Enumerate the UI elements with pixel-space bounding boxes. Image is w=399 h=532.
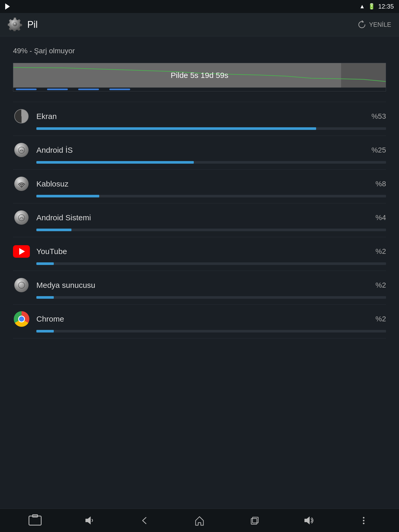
- item-percent: %25: [371, 146, 386, 154]
- silver-ball-icon: [14, 177, 29, 191]
- item-name: Chrome: [36, 315, 369, 323]
- list-item-row: Chrome %2: [13, 310, 386, 327]
- media-server-icon: [13, 277, 30, 294]
- progress-bar-wrap: [36, 330, 386, 332]
- android-system-icon: [13, 209, 30, 226]
- list-item-row: Android İS %25: [13, 142, 386, 158]
- dot: [363, 517, 364, 518]
- silver-ball-icon: [14, 278, 29, 292]
- youtube-play-icon: [19, 248, 25, 255]
- svg-rect-7: [252, 517, 258, 523]
- content-area: 49% - Şarj olmuyor Pilde 5s 19d 59s Ekra…: [0, 36, 399, 349]
- dot: [363, 523, 364, 524]
- progress-bar-fill: [36, 330, 54, 332]
- dot3: [78, 89, 99, 90]
- status-bar: ▲ 🔋 12:35: [0, 0, 399, 13]
- progress-bar-wrap: [36, 195, 386, 197]
- progress-bar-fill: [36, 195, 99, 197]
- screen-icon: [13, 108, 30, 125]
- progress-bar-fill: [36, 262, 54, 265]
- battery-time-label: Pilde 5s 19d 59s: [171, 71, 228, 80]
- svg-point-2: [21, 187, 22, 188]
- cast-icon: [5, 3, 10, 10]
- dot4: [109, 89, 130, 90]
- chrome-inner-circle: [18, 316, 25, 322]
- item-name: Android İS: [36, 146, 365, 155]
- progress-bar-wrap: [36, 127, 386, 130]
- screenshot-button[interactable]: [27, 513, 43, 528]
- home-icon: [194, 515, 205, 526]
- svg-marker-8: [304, 516, 310, 524]
- list-item[interactable]: Kablosuz %8: [13, 170, 386, 203]
- silver-ball-icon: [14, 210, 29, 225]
- dot1: [16, 89, 37, 90]
- progress-bar-wrap: [36, 161, 386, 164]
- svg-point-3: [18, 215, 25, 221]
- progress-bar-wrap: [36, 262, 386, 265]
- youtube-logo: [13, 245, 30, 258]
- back-icon: [139, 515, 150, 526]
- progress-bar-fill: [36, 229, 71, 231]
- item-name: Medya sunucusu: [36, 281, 369, 290]
- item-percent: %2: [376, 247, 386, 256]
- battery-progress-dots: [13, 88, 386, 91]
- header: Pil YENİLE: [0, 13, 399, 36]
- overflow-menu-button[interactable]: [356, 513, 371, 528]
- list-item-row: Medya sunucusu %2: [13, 277, 386, 294]
- status-bar-right: ▲ 🔋 12:35: [359, 3, 394, 10]
- refresh-button[interactable]: YENİLE: [357, 20, 391, 29]
- chrome-logo: [14, 311, 29, 327]
- recents-icon: [249, 515, 260, 526]
- svg-point-0: [13, 22, 17, 26]
- item-percent: %2: [376, 281, 386, 289]
- item-percent: %2: [376, 315, 386, 323]
- battery-icon: 🔋: [368, 3, 375, 10]
- list-item[interactable]: YouTube %2: [13, 237, 386, 271]
- item-name: YouTube: [36, 247, 369, 256]
- status-time: 12:35: [378, 3, 394, 10]
- list-item-row: Ekran %53: [13, 108, 386, 125]
- dot: [363, 520, 364, 521]
- progress-bar-wrap: [36, 229, 386, 231]
- battery-items-list: Ekran %53 Android İS: [13, 102, 386, 338]
- list-item[interactable]: Chrome %2: [13, 305, 386, 338]
- list-item[interactable]: Android İS %25: [13, 136, 386, 170]
- list-item-row: Android Sistemi %4: [13, 209, 386, 226]
- battery-graph-bg: Pilde 5s 19d 59s: [13, 63, 386, 88]
- kablosuz-icon: [13, 175, 30, 192]
- item-percent: %8: [376, 180, 386, 188]
- overflow-dots-icon: [363, 517, 364, 524]
- svg-point-1: [18, 147, 25, 153]
- status-bar-left: [5, 3, 10, 10]
- item-name: Kablosuz: [36, 179, 369, 188]
- volume-up-button[interactable]: [301, 513, 317, 528]
- progress-bar-fill: [36, 161, 194, 164]
- navigation-bar: [0, 509, 399, 532]
- refresh-label: YENİLE: [369, 21, 391, 28]
- item-percent: %53: [371, 112, 386, 121]
- item-percent: %4: [376, 214, 386, 222]
- list-item-row: Kablosuz %8: [13, 175, 386, 192]
- header-left: Pil: [8, 17, 38, 32]
- progress-bar-fill: [36, 296, 54, 299]
- recents-button[interactable]: [247, 513, 262, 528]
- wifi-icon: ▲: [359, 3, 365, 10]
- home-button[interactable]: [192, 513, 207, 528]
- list-item[interactable]: Medya sunucusu %2: [13, 271, 386, 305]
- item-name: Android Sistemi: [36, 213, 369, 222]
- svg-rect-6: [251, 518, 257, 524]
- back-button[interactable]: [137, 513, 152, 528]
- svg-point-4: [18, 282, 25, 288]
- youtube-icon: [13, 243, 30, 260]
- chrome-icon: [13, 310, 30, 327]
- settings-icon: [8, 17, 22, 32]
- svg-marker-5: [85, 516, 91, 524]
- list-item[interactable]: Ekran %53: [13, 102, 386, 136]
- silver-ball-icon: [14, 143, 29, 157]
- screenshot-icon: [29, 516, 42, 526]
- list-item[interactable]: Android Sistemi %4: [13, 203, 386, 237]
- volume-down-button[interactable]: [82, 513, 98, 528]
- list-item-row: YouTube %2: [13, 243, 386, 260]
- volume-down-icon: [84, 515, 96, 526]
- android-is-icon: [13, 142, 30, 158]
